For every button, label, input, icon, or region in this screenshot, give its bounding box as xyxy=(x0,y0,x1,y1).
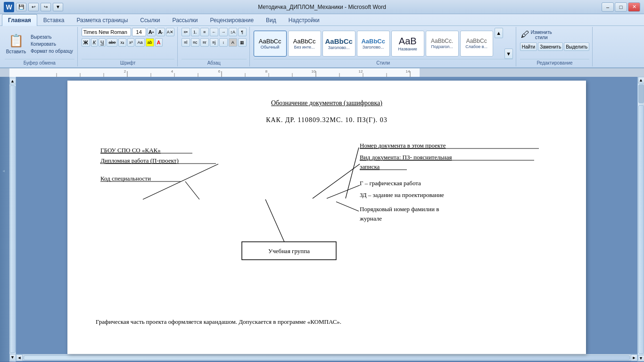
style-normal[interactable]: AaBbCc Обычный xyxy=(254,31,287,57)
style-normal-label: Обычный xyxy=(261,45,280,49)
decrease-indent-btn[interactable]: ← xyxy=(210,28,218,36)
quick-undo-btn[interactable]: ↩ xyxy=(28,3,39,11)
left-margin: ▲ xyxy=(0,77,9,362)
style-subtle[interactable]: AaBbCc Слабое в... xyxy=(460,31,493,57)
tab-page-layout[interactable]: Разметка страницы xyxy=(70,14,134,26)
styles-scroll-up[interactable]: ▲ xyxy=(495,28,503,38)
copy-button[interactable]: Копировать xyxy=(29,41,74,47)
justify-btn[interactable]: ≡j xyxy=(210,38,218,47)
quick-redo-btn[interactable]: ↪ xyxy=(41,3,51,11)
document-page: Обозначение документов (зашифровка) КАК.… xyxy=(67,81,586,354)
doc-title: Обозначение документов (зашифровка) xyxy=(96,99,558,107)
group-styles: AaBbCc Обычный AaBbCc Без инте... AaBbCc… xyxy=(251,27,516,66)
style-subtitle[interactable]: AaBbCc. Подзагол... xyxy=(426,31,459,57)
border-btn[interactable]: ▦ xyxy=(238,38,247,47)
strikethrough-btn[interactable]: abe xyxy=(107,38,117,47)
cut-button[interactable]: Вырезать xyxy=(29,34,74,40)
diagram: ГБОУ СПО СО «КАК» Дипломная работа (П-пр… xyxy=(96,138,558,317)
increase-indent-btn[interactable]: → xyxy=(219,28,228,36)
svg-text:Вид документа: ПЗ- пояснительн: Вид документа: ПЗ- пояснительная xyxy=(360,154,452,161)
show-marks-btn[interactable]: ¶ xyxy=(238,28,247,36)
titlebar-controls: – □ ✕ xyxy=(602,2,640,12)
font-shrink-btn[interactable]: A- xyxy=(157,28,165,36)
underline-btn[interactable]: Ч xyxy=(99,38,106,47)
hscroll: ◄ ► xyxy=(16,354,637,361)
titlebar-left: W 💾 ↩ ↪ ▼ xyxy=(4,2,63,12)
font-grow-btn[interactable]: A+ xyxy=(147,28,156,36)
svg-rect-3 xyxy=(420,68,644,77)
scroll-right: ▲ ▼ xyxy=(637,77,644,362)
paste-button[interactable]: 📋 Вставить xyxy=(5,29,27,59)
vscroll-track[interactable] xyxy=(638,105,644,354)
find-btn[interactable]: Найти xyxy=(520,42,537,51)
style-title-label: Название xyxy=(398,47,417,51)
hscroll-thumb[interactable] xyxy=(24,355,630,360)
scroll-down-arrow[interactable]: ▼ xyxy=(9,354,16,361)
scroll-up-arrow[interactable]: ▲ xyxy=(9,78,16,84)
line-spacing-btn[interactable]: ↕ xyxy=(219,38,228,47)
svg-text:Г – графическая работа: Г – графическая работа xyxy=(360,180,421,187)
word-icon: W xyxy=(4,2,14,12)
svg-line-50 xyxy=(327,185,360,198)
svg-text:8: 8 xyxy=(265,69,268,74)
svg-text:▲: ▲ xyxy=(1,169,6,173)
change-styles-label: Изменить стили xyxy=(531,30,552,40)
svg-line-52 xyxy=(336,202,359,211)
vscroll-thumb[interactable] xyxy=(638,84,644,103)
vscroll-up[interactable]: ▲ xyxy=(638,77,644,83)
svg-text:10: 10 xyxy=(312,69,316,74)
bullets-btn[interactable]: ≡• xyxy=(182,28,190,36)
bold-btn[interactable]: Ж xyxy=(82,38,90,47)
minimize-btn[interactable]: – xyxy=(602,2,614,12)
tab-view[interactable]: Вид xyxy=(260,14,282,26)
superscript-btn[interactable]: x² xyxy=(127,38,135,47)
hscroll-right[interactable]: ► xyxy=(631,354,637,361)
ribbon-tabs: Главная Вставка Разметка страницы Ссылки… xyxy=(0,14,644,26)
styles-scroll-down[interactable]: ▼ xyxy=(504,49,513,59)
tab-home[interactable]: Главная xyxy=(2,14,37,26)
shading-btn[interactable]: A xyxy=(229,38,237,47)
tab-mailings[interactable]: Рассылки xyxy=(166,14,204,26)
svg-text:ЗД – задание на проектирование: ЗД – задание на проектирование xyxy=(360,191,444,198)
numbering-btn[interactable]: 1. xyxy=(191,28,199,36)
subscript-btn[interactable]: x₂ xyxy=(118,38,126,47)
style-heading1[interactable]: AaBbCc Заголово... xyxy=(322,31,355,57)
align-left-btn[interactable]: ≡l xyxy=(182,38,190,47)
style-subtle-label: Слабое в... xyxy=(465,44,487,49)
highlight-btn[interactable]: ab xyxy=(146,38,154,47)
tab-review[interactable]: Рецензирование xyxy=(204,14,260,26)
style-h1-label: Заголово... xyxy=(328,45,350,50)
close-btn[interactable]: ✕ xyxy=(628,2,640,12)
vscroll-down[interactable]: ▼ xyxy=(638,355,644,362)
quick-menu-btn[interactable]: ▼ xyxy=(53,3,63,11)
hscroll-left[interactable]: ◄ xyxy=(16,354,23,361)
tab-insert[interactable]: Вставка xyxy=(37,14,71,26)
style-heading2[interactable]: AaBbCc Заголово... xyxy=(357,31,390,57)
change-styles-icon: 🖊 xyxy=(521,30,529,40)
ruler: 2 4 6 8 10 12 14 xyxy=(0,68,644,77)
paragraph-label: Абзац xyxy=(182,59,247,66)
case-btn[interactable]: Аа xyxy=(135,38,144,47)
sort-btn[interactable]: ↕A xyxy=(229,28,237,36)
tab-references[interactable]: Ссылки xyxy=(134,14,166,26)
scroll-thumb-v[interactable] xyxy=(10,85,16,353)
paste-icon: 📋 xyxy=(8,33,24,48)
font-size-select[interactable]: 14 xyxy=(132,28,146,36)
format-painter-button[interactable]: Формат по образцу xyxy=(29,48,74,54)
style-no-spacing[interactable]: AaBbCc Без инте... xyxy=(288,31,321,57)
font-name-select[interactable]: Times New Roman xyxy=(82,28,131,36)
multilevel-btn[interactable]: ≡ xyxy=(200,28,209,36)
style-title[interactable]: АаВ Название xyxy=(391,31,424,57)
align-right-btn[interactable]: ≡r xyxy=(200,38,209,47)
font-color-btn[interactable]: А xyxy=(155,38,163,47)
align-center-btn[interactable]: ≡c xyxy=(191,38,199,47)
maximize-btn[interactable]: □ xyxy=(615,2,627,12)
select-btn[interactable]: Выделить xyxy=(564,42,589,51)
italic-btn[interactable]: К xyxy=(91,38,98,47)
replace-btn[interactable]: Заменить xyxy=(538,42,563,51)
tab-addins[interactable]: Надстройки xyxy=(282,14,326,26)
change-styles-btn[interactable]: 🖊 Изменить стили xyxy=(520,28,553,41)
clear-format-btn[interactable]: A✕ xyxy=(166,28,174,36)
quick-save-btn[interactable]: 💾 xyxy=(16,3,26,11)
svg-text:Код специальности: Код специальности xyxy=(100,175,151,182)
